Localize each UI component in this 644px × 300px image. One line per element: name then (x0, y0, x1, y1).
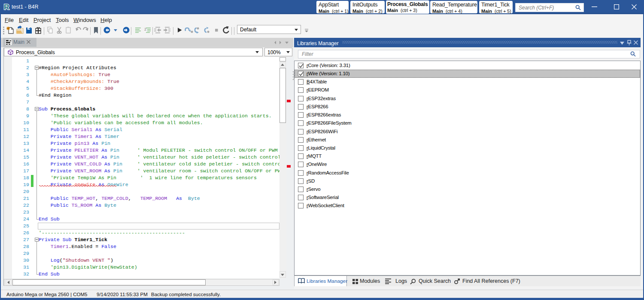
svg-text:R: R (4, 3, 9, 11)
svg-text:2: 2 (144, 27, 146, 31)
